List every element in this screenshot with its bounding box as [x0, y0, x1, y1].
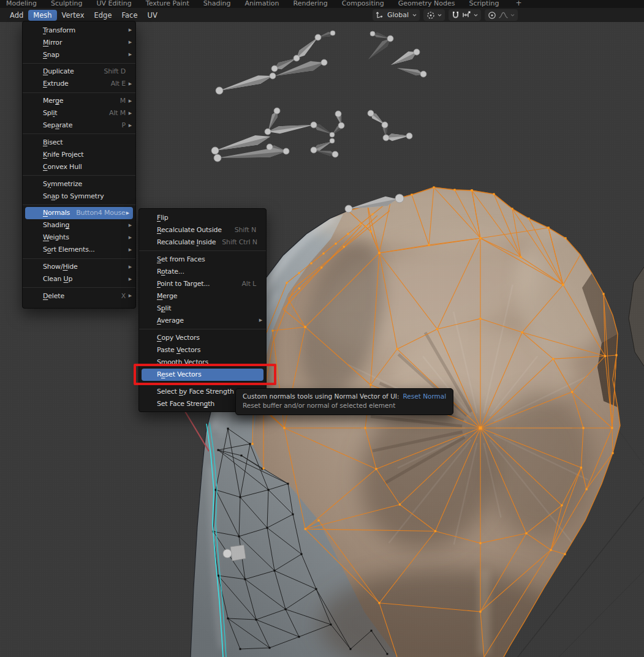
menu-item-label: Normals: [43, 209, 70, 217]
menu-item-paste-vectors[interactable]: Paste Vectors: [139, 344, 266, 356]
menu-item-normals[interactable]: NormalsButton4 Mouse▶: [25, 207, 133, 219]
workspace-tab-shading[interactable]: Shading: [203, 0, 231, 7]
menu-separator: [23, 202, 135, 207]
menu-item-label: Recalculate Inside: [157, 238, 216, 246]
submenu-arrow-icon: ▶: [126, 235, 132, 240]
menubar-item-face[interactable]: Face: [116, 10, 142, 21]
menu-item-merge[interactable]: MergeM▶: [23, 95, 135, 107]
menu-separator: [23, 173, 135, 178]
workspace-tab-animation[interactable]: Animation: [244, 0, 279, 7]
menu-item-label: Merge: [43, 97, 63, 105]
menu-item-snap[interactable]: Snap▶: [23, 48, 135, 61]
menu-item-label: Split: [157, 304, 171, 312]
menu-item-separate[interactable]: SeparateP▶: [23, 119, 135, 132]
menu-item-set-from-faces[interactable]: Set from Faces: [139, 253, 266, 265]
menu-item-flip[interactable]: Flip: [139, 211, 266, 223]
submenu-arrow-icon: ▶: [126, 211, 129, 216]
menu-item-label: Bisect: [43, 138, 63, 146]
menu-item-label: Merge: [157, 292, 177, 300]
menu-item-shortcut: Alt E: [111, 80, 126, 88]
submenu-arrow-icon: ▶: [256, 318, 262, 323]
tooltip-line1: Custom normals tools using Normal Vector…: [243, 392, 399, 400]
menubar-item-vertex[interactable]: Vertex: [57, 10, 89, 21]
menu-item-label: Delete: [43, 292, 64, 300]
mesh-menu: Transform▶Mirror▶Snap▶DuplicateShift DEx…: [22, 21, 136, 309]
menu-item-symmetrize[interactable]: Symmetrize: [23, 178, 135, 190]
workspace-tab-rendering[interactable]: Rendering: [294, 0, 328, 7]
workspace-tab-scripting[interactable]: Scripting: [469, 0, 499, 7]
proportional-editing-controls[interactable]: [485, 9, 518, 21]
menu-item-sort-elements[interactable]: Sort Elements...▶: [23, 244, 135, 256]
menu-item-label: Flip: [157, 214, 169, 222]
tooltip-line2: Reset buffer and/or normal of selected e…: [243, 401, 446, 410]
falloff-curve-icon: [498, 10, 509, 20]
menu-item-label: Transform: [43, 26, 75, 34]
menu-item-shortcut: Alt L: [241, 280, 256, 288]
chevron-down-icon: [437, 12, 442, 18]
add-workspace-button[interactable]: +: [515, 0, 521, 7]
submenu-arrow-icon: ▶: [126, 52, 132, 57]
submenu-arrow-icon: ▶: [126, 28, 132, 32]
menu-item-recalculate-inside[interactable]: Recalculate InsideShift Ctrl N: [139, 236, 266, 248]
menu-item-recalculate-outside[interactable]: Recalculate OutsideShift N: [139, 223, 266, 236]
workspace-tabbar: ModelingSculptingUV EditingTexture Paint…: [0, 0, 644, 8]
menu-item-knife-project[interactable]: Knife Project: [23, 148, 135, 160]
menu-item-rotate[interactable]: Rotate...: [139, 265, 266, 277]
menu-item-label: Recalculate Outside: [157, 226, 222, 234]
menu-item-label: Split: [43, 109, 57, 117]
menu-item-split[interactable]: Split: [139, 302, 266, 314]
menu-item-label: Mirror: [43, 39, 62, 47]
menu-item-convex-hull[interactable]: Convex Hull: [23, 160, 135, 173]
pivot-point-dropdown[interactable]: [423, 9, 445, 21]
submenu-arrow-icon: ▶: [126, 223, 132, 228]
menu-item-transform[interactable]: Transform▶: [23, 24, 135, 36]
menubar-item-uv[interactable]: UV: [142, 10, 162, 21]
transform-orientation-dropdown[interactable]: Global: [373, 9, 420, 21]
workspace-tab-geometry-nodes[interactable]: Geometry Nodes: [398, 0, 455, 7]
menu-item-clean-up[interactable]: Clean Up▶: [23, 273, 135, 285]
menu-item-shading[interactable]: Shading▶: [23, 219, 135, 231]
menu-item-merge[interactable]: Merge: [139, 290, 266, 302]
menu-separator: [23, 90, 135, 95]
menu-item-label: Symmetrize: [43, 180, 82, 188]
menu-item-shortcut: X: [121, 292, 126, 300]
menu-item-bisect[interactable]: Bisect: [23, 136, 135, 148]
menu-separator: [23, 285, 135, 290]
menu-item-label: Select by Face Strength: [157, 388, 234, 396]
workspace-tab-sculpting[interactable]: Sculpting: [51, 0, 82, 7]
menu-separator: [23, 61, 135, 66]
menu-item-shortcut: Shift N: [235, 226, 256, 234]
menu-item-point-to-target[interactable]: Point to Target...Alt L: [139, 277, 266, 290]
menu-item-label: Show/Hide: [43, 263, 78, 271]
menubar-item-add[interactable]: Add: [5, 10, 28, 21]
workspace-tab-texture-paint[interactable]: Texture Paint: [146, 0, 189, 7]
menu-item-duplicate[interactable]: DuplicateShift D: [23, 66, 135, 78]
menu-item-snap-to-symmetry[interactable]: Snap to Symmetry: [23, 190, 135, 202]
menu-separator: [23, 256, 135, 261]
menu-item-label: Extrude: [43, 80, 69, 88]
menu-item-weights[interactable]: Weights▶: [23, 231, 135, 244]
menu-item-split[interactable]: SplitAlt M▶: [23, 107, 135, 119]
menubar-item-edge[interactable]: Edge: [89, 10, 117, 21]
workspace-tab-compositing[interactable]: Compositing: [342, 0, 384, 7]
menu-item-delete[interactable]: DeleteX▶: [23, 290, 135, 302]
snap-controls[interactable]: [449, 9, 481, 21]
transform-orientation-icon: [375, 10, 384, 20]
menu-item-label: Clean Up: [43, 275, 72, 283]
workspace-tab-uv-editing[interactable]: UV Editing: [96, 0, 131, 7]
menubar-item-mesh[interactable]: Mesh: [28, 10, 56, 21]
menu-separator: [23, 132, 135, 137]
menu-item-show-hide[interactable]: Show/Hide▶: [23, 261, 135, 273]
submenu-arrow-icon: ▶: [126, 277, 132, 282]
chevron-down-icon: [412, 12, 417, 18]
menu-item-copy-vectors[interactable]: Copy Vectors: [139, 332, 266, 344]
submenu-arrow-icon: ▶: [126, 123, 132, 128]
menu-item-extrude[interactable]: ExtrudeAlt E▶: [23, 78, 135, 90]
pivot-point-icon: [426, 10, 436, 20]
menu-item-mirror[interactable]: Mirror▶: [23, 36, 135, 48]
workspace-tab-modeling[interactable]: Modeling: [6, 0, 37, 7]
submenu-arrow-icon: ▶: [126, 247, 132, 252]
menu-item-average[interactable]: Average▶: [139, 314, 266, 326]
menu-item-label: Paste Vectors: [157, 346, 200, 354]
menu-item-label: Duplicate: [43, 67, 74, 75]
